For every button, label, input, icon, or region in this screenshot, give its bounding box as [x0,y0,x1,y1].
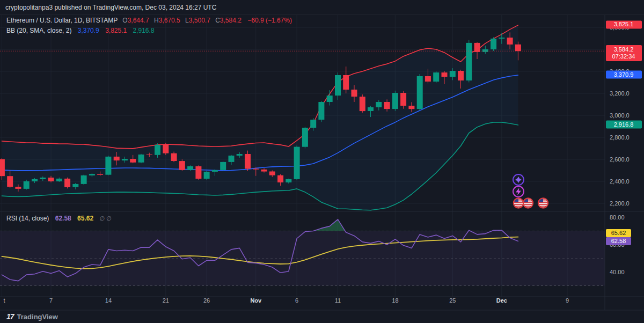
svg-text:11: 11 [335,297,341,304]
us-flag-sticker[interactable] [538,198,548,208]
svg-text:6: 6 [295,297,298,304]
svg-text:07:32:34: 07:32:34 [612,53,635,60]
open-value: 3,644.7 [128,17,149,24]
high-label: H [154,17,159,24]
svg-text:65.62: 65.62 [611,230,626,236]
svg-text:Dec: Dec [496,297,507,304]
symbol-legend[interactable]: Ethereum / U.S. Dollar, 1D, BITSTAMP O3,… [6,17,292,24]
symbol-title[interactable]: Ethereum / U.S. Dollar, 1D, BITSTAMP [6,17,118,24]
us-flag-sticker[interactable] [523,198,533,208]
svg-text:21: 21 [163,297,169,304]
bb-lower-value: 2,916.8 [133,27,155,34]
chart-canvas[interactable]: 3,800.03,600.03,400.03,200.03,000.02,800… [0,0,644,323]
rsi-disabled-icons: ∅ ∅ [99,215,111,222]
bollinger-bands-layer [2,25,518,210]
svg-text:2,800.0: 2,800.0 [610,134,630,141]
svg-text:18: 18 [392,297,398,304]
change-value: −60.9 (−1.67%) [247,17,292,24]
bb-upper-value: 3,825.1 [105,27,127,34]
svg-text:3,000.0: 3,000.0 [610,112,630,119]
floating-stickers[interactable] [513,174,548,208]
svg-text:3,825.1: 3,825.1 [614,21,634,27]
time-axis[interactable]: t7142126Nov6111825Dec9 [3,297,569,304]
svg-text:3,200.0: 3,200.0 [610,90,630,97]
svg-text:2,400.0: 2,400.0 [610,178,630,185]
rsi-value: 62.58 [55,215,71,222]
bb-basis-value: 3,370.9 [78,27,99,34]
svg-text:t: t [3,297,5,304]
high-value: 3,670.5 [159,17,180,24]
svg-text:80.00: 80.00 [610,214,625,221]
svg-text:3,584.2: 3,584.2 [614,46,634,53]
svg-text:2,916.8: 2,916.8 [614,121,634,128]
svg-text:40.00: 40.00 [610,269,625,275]
open-label: O [122,17,127,24]
rsi-layer [0,219,605,286]
rsi-title[interactable]: RSI (14, close) [6,215,49,222]
sparkle-sticker[interactable] [513,174,524,185]
tradingview-logo-text[interactable]: TradingView [17,313,58,321]
svg-text:2,200.0: 2,200.0 [610,200,630,207]
low-value: 3,500.7 [189,17,210,24]
close-value: 3,584.2 [220,17,241,24]
svg-text:Nov: Nov [250,297,262,304]
svg-text:7: 7 [49,297,53,304]
footer-bar: 17 TradingView [0,310,644,323]
lightning-sticker[interactable] [513,186,524,197]
svg-text:14: 14 [105,297,112,304]
low-label: L [185,17,189,24]
svg-text:9: 9 [566,297,569,304]
tradingview-logo-icon[interactable]: 17 [6,312,14,321]
svg-text:3,370.9: 3,370.9 [614,71,634,78]
bb-title[interactable]: BB (20, SMA, close, 2) [6,27,71,34]
tradingview-published-chart: cryptopolitanpa3 published on TradingVie… [0,0,644,323]
svg-text:25: 25 [449,297,456,304]
close-label: C [215,17,220,24]
bb-indicator-legend[interactable]: BB (20, SMA, close, 2) 3,370.9 3,825.1 2… [6,27,155,34]
us-flag-sticker[interactable] [514,198,523,208]
svg-text:2,600.0: 2,600.0 [610,156,630,163]
svg-text:62.58: 62.58 [611,238,626,244]
svg-text:26: 26 [203,297,210,304]
rsi-indicator-legend[interactable]: RSI (14, close) 62.58 65.62 ∅ ∅ [6,215,112,222]
rsi-ma-value: 65.62 [77,215,93,222]
